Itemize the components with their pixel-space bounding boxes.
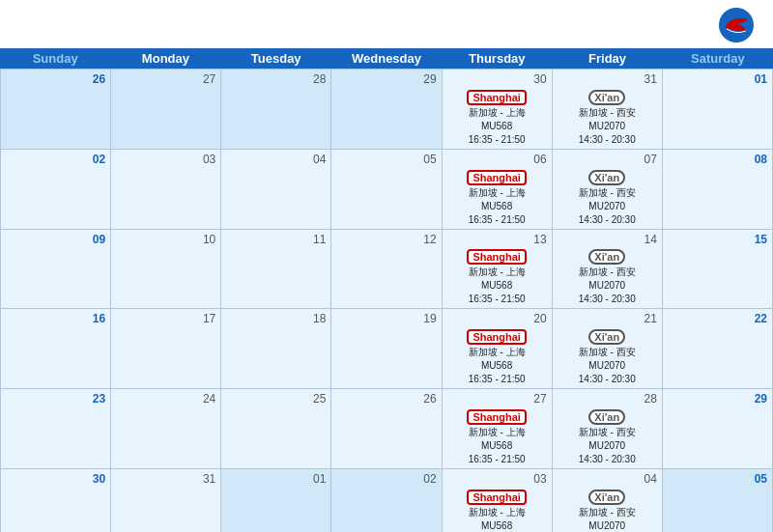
destination-badge: Shanghai	[467, 490, 527, 505]
destination-badge: Shanghai	[467, 170, 527, 185]
calendar-cell: 25	[221, 389, 331, 469]
dow-thursday: Thursday	[442, 48, 552, 69]
day-number: 10	[114, 232, 217, 248]
flight-info-friday: Xi'an新加坡 - 西安MU207014:30 - 20:30	[556, 169, 659, 227]
calendar: Sunday Monday Tuesday Wednesday Thursday…	[0, 48, 773, 532]
day-number: 14	[556, 232, 659, 248]
day-number: 18	[224, 311, 328, 327]
day-number: 27	[114, 71, 217, 88]
flight-info-thursday: Shanghai新加坡 - 上海MU56816:35 - 21:50	[445, 248, 549, 306]
calendar-cell: 29	[663, 389, 773, 469]
calendar-cell: 27	[111, 70, 221, 150]
calendar-cell: 30	[1, 469, 111, 532]
day-number: 31	[114, 471, 217, 488]
day-number: 02	[4, 152, 107, 168]
day-number: 30	[445, 71, 549, 88]
calendar-cell: 15	[663, 230, 773, 310]
day-number: 05	[334, 152, 438, 168]
flight-details: 新加坡 - 上海MU56816:35 - 21:50	[469, 506, 526, 532]
day-number: 27	[445, 391, 549, 407]
day-number: 13	[445, 232, 549, 248]
calendar-cell: 14Xi'an新加坡 - 西安MU207014:30 - 20:30	[553, 230, 663, 310]
destination-badge-xian: Xi'an	[588, 249, 625, 265]
day-number: 17	[114, 311, 217, 327]
day-number: 04	[224, 152, 328, 168]
destination-badge: Shanghai	[467, 329, 527, 345]
day-number: 04	[556, 471, 659, 488]
calendar-cell: 31	[111, 469, 221, 532]
calendar-header	[0, 0, 773, 48]
calendar-cell: 22	[663, 309, 773, 389]
day-number: 15	[666, 232, 769, 248]
day-number: 31	[556, 71, 659, 88]
calendar-cell: 26	[331, 389, 442, 469]
dow-monday: Monday	[110, 48, 220, 69]
flight-info-friday: Xi'an新加坡 - 西安MU207014:30 - 20:30	[556, 408, 659, 466]
day-number: 24	[114, 391, 217, 407]
day-number: 20	[445, 311, 549, 327]
destination-badge: Shanghai	[467, 90, 527, 105]
day-number: 28	[224, 71, 328, 88]
flight-info-friday: Xi'an新加坡 - 西安MU207014:30 - 20:30	[556, 248, 659, 306]
calendar-cell: 07Xi'an新加坡 - 西安MU207014:30 - 20:30	[553, 150, 663, 230]
calendar-cell: 06Shanghai新加坡 - 上海MU56816:35 - 21:50	[443, 150, 553, 230]
flight-details: 新加坡 - 上海MU56816:35 - 21:50	[469, 346, 526, 386]
day-number: 28	[556, 391, 659, 407]
flight-info-friday: Xi'an新加坡 - 西安MU207014:30 - 20:30	[556, 328, 659, 386]
calendar-cell: 20Shanghai新加坡 - 上海MU56816:35 - 21:50	[443, 309, 553, 389]
day-of-week-row: Sunday Monday Tuesday Wednesday Thursday…	[0, 48, 773, 69]
flight-info-friday: Xi'an新加坡 - 西安MU207014:30 - 20:30	[556, 489, 659, 532]
calendar-cell: 17	[111, 309, 221, 389]
calendar-cell: 18	[221, 309, 331, 389]
calendar-cell: 02	[1, 150, 111, 230]
day-number: 11	[224, 232, 328, 248]
airline-logo	[717, 6, 763, 44]
day-number: 02	[334, 471, 438, 488]
calendar-cell: 04Xi'an新加坡 - 西安MU207014:30 - 20:30	[553, 469, 663, 532]
day-number: 29	[666, 391, 769, 407]
flight-details: 新加坡 - 西安MU207014:30 - 20:30	[579, 266, 636, 306]
calendar-cell: 29	[331, 70, 442, 150]
dow-tuesday: Tuesday	[221, 48, 331, 69]
calendar-cell: 28	[221, 70, 331, 150]
day-number: 07	[556, 152, 659, 168]
flight-details: 新加坡 - 西安MU207014:30 - 20:30	[579, 426, 636, 466]
day-number: 12	[334, 232, 438, 248]
flight-details: 新加坡 - 上海MU56816:35 - 21:50	[469, 106, 526, 147]
flight-info-thursday: Shanghai新加坡 - 上海MU56816:35 - 21:50	[445, 489, 549, 532]
calendar-cell: 21Xi'an新加坡 - 西安MU207014:30 - 20:30	[553, 309, 663, 389]
calendar-cell: 01	[663, 70, 773, 150]
eastern-airlines-icon	[717, 6, 756, 44]
calendar-cell: 27Shanghai新加坡 - 上海MU56816:35 - 21:50	[443, 389, 553, 469]
destination-badge: Shanghai	[467, 249, 527, 265]
destination-badge-xian: Xi'an	[588, 90, 625, 105]
day-number: 26	[4, 71, 107, 88]
calendar-cell: 26	[1, 70, 111, 150]
dow-friday: Friday	[552, 48, 662, 69]
flight-details: 新加坡 - 西安MU207014:30 - 20:30	[579, 346, 636, 386]
destination-badge-xian: Xi'an	[588, 329, 625, 345]
day-number: 25	[224, 391, 328, 407]
day-number: 05	[666, 471, 769, 488]
calendar-cell: 04	[221, 150, 331, 230]
dow-wednesday: Wednesday	[331, 48, 442, 69]
calendar-grid: 2627282930Shanghai新加坡 - 上海MU56816:35 - 2…	[0, 69, 773, 532]
flight-details: 新加坡 - 上海MU56816:35 - 21:50	[469, 426, 526, 466]
flight-details: 新加坡 - 上海MU56816:35 - 21:50	[469, 186, 526, 227]
calendar-cell: 24	[111, 389, 221, 469]
flight-details: 新加坡 - 西安MU207014:30 - 20:30	[579, 186, 636, 227]
day-number: 03	[114, 152, 217, 168]
calendar-cell: 09	[1, 230, 111, 310]
day-number: 23	[4, 391, 107, 407]
day-number: 21	[556, 311, 659, 327]
day-number: 30	[4, 471, 107, 488]
calendar-cell: 10	[111, 230, 221, 310]
day-number: 01	[666, 71, 769, 88]
calendar-cell: 31Xi'an新加坡 - 西安MU207014:30 - 20:30	[553, 70, 663, 150]
flight-details: 新加坡 - 西安MU207014:30 - 20:30	[579, 106, 636, 147]
calendar-cell: 13Shanghai新加坡 - 上海MU56816:35 - 21:50	[443, 230, 553, 310]
dow-sunday: Sunday	[0, 48, 110, 69]
calendar-cell: 03Shanghai新加坡 - 上海MU56816:35 - 21:50	[443, 469, 553, 532]
calendar-cell: 30Shanghai新加坡 - 上海MU56816:35 - 21:50	[443, 70, 553, 150]
calendar-cell: 03	[111, 150, 221, 230]
